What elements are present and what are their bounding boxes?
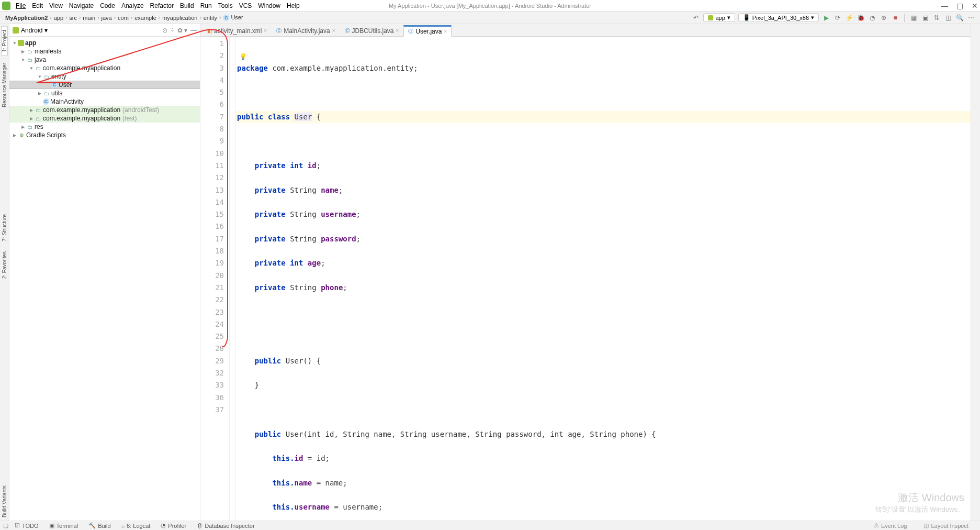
apply-changes-icon[interactable]: ⟳ — [833, 14, 842, 22]
menu-analyze[interactable]: Analyze — [118, 2, 147, 9]
tree-node-gradle[interactable]: ▶⚙Gradle Scripts — [9, 131, 200, 139]
maximize-icon[interactable]: ▢ — [956, 2, 963, 10]
menu-help[interactable]: Help — [284, 2, 303, 9]
crumb-pkg[interactable]: myapplication — [160, 15, 199, 21]
menu-refactor[interactable]: Refactor — [147, 2, 177, 9]
tree-node-pkg-androidtest[interactable]: ▶🗀com.example.myapplication(androidTest) — [9, 106, 200, 114]
close-icon[interactable]: × — [332, 28, 335, 34]
crumb-src[interactable]: src — [67, 15, 79, 21]
tool-window-toggle-icon[interactable]: ▢ — [3, 522, 8, 529]
tree-node-mainactivity[interactable]: CMainActivity — [9, 97, 200, 106]
close-icon[interactable]: × — [396, 28, 399, 34]
crumb-java[interactable]: java — [99, 15, 114, 21]
status-terminal[interactable]: ▣ Terminal — [47, 522, 81, 529]
editor-area: ◧activity_main.xml× ⒸMainActivity.java× … — [200, 24, 971, 521]
tab-user[interactable]: ⒸUser.java× — [403, 25, 452, 37]
editor-tabs: ◧activity_main.xml× ⒸMainActivity.java× … — [200, 24, 971, 37]
crumb-main[interactable]: main — [81, 15, 97, 21]
more-icon[interactable]: ⋯ — [967, 14, 975, 22]
apply-code-icon[interactable]: ⚡ — [845, 14, 853, 22]
project-panel: Android ▾ ⊙ ÷ ✿ ▾ — ▼app ▶🗀manifests ▼🗀j… — [9, 24, 200, 521]
menu-build[interactable]: Build — [177, 2, 197, 9]
tab-mainactivity[interactable]: ⒸMainActivity.java× — [272, 25, 340, 36]
close-icon[interactable]: ✕ — [972, 2, 978, 10]
tree-node-res[interactable]: ▶🗀res — [9, 123, 200, 131]
tab-project[interactable]: 1: Project — [1, 26, 8, 56]
device-dropdown[interactable]: 📱Pixel_3a_API_30_x86 ▾ — [738, 13, 819, 22]
menu-navigate[interactable]: Navigate — [66, 2, 97, 9]
lightbulb-icon[interactable]: 💡 — [239, 51, 247, 63]
tree-node-java[interactable]: ▼🗀java — [9, 56, 200, 64]
debug-icon[interactable]: 🐞 — [857, 14, 865, 22]
attach-debugger-icon[interactable]: ⊕ — [880, 14, 888, 22]
tree-node-pkg-test[interactable]: ▶🗀com.example.myapplication(test) — [9, 114, 200, 123]
menu-tools[interactable]: Tools — [215, 2, 236, 9]
tab-jdbcutils[interactable]: ⒸJDBCUtils.java× — [340, 25, 404, 36]
minimize-icon[interactable]: — — [941, 2, 948, 10]
left-tool-rail: 1: Project Resource Manager 7: Structure… — [0, 24, 9, 521]
tree-node-package[interactable]: ▼🗀com.example.myapplication — [9, 64, 200, 72]
status-bar: ▢ ☑ TODO ▣ Terminal 🔨 Build ≡ 6: Logcat … — [0, 521, 980, 530]
tab-build-variants[interactable]: Build Variants — [2, 482, 7, 521]
close-icon[interactable]: × — [444, 29, 447, 35]
crumb-app[interactable]: app — [52, 15, 65, 21]
fold-gutter[interactable] — [230, 37, 236, 521]
sdk-icon[interactable]: ▣ — [921, 14, 929, 22]
menu-run[interactable]: Run — [197, 2, 215, 9]
sync-icon[interactable]: ⇅ — [932, 14, 941, 22]
close-icon[interactable]: × — [264, 28, 267, 34]
tree-node-entity[interactable]: ▼🗀entity — [9, 72, 200, 81]
window-title: My Application - User.java [My_Applicati… — [389, 3, 591, 9]
project-header: Android ▾ ⊙ ÷ ✿ ▾ — — [9, 24, 200, 37]
status-build[interactable]: 🔨 Build — [86, 522, 112, 529]
menu-edit[interactable]: Edit — [29, 2, 46, 9]
menu-code[interactable]: Code — [97, 2, 118, 9]
settings-icon[interactable]: ✿ ▾ — [177, 27, 187, 34]
menu-bar: File Edit View Navigate Code Analyze Ref… — [0, 0, 980, 12]
hide-icon[interactable]: — — [190, 27, 197, 34]
status-eventlog[interactable]: ⚠ Event Log — [872, 522, 909, 529]
code-content[interactable]: 💡 package com.example.myapplication.enti… — [236, 37, 971, 521]
project-tree[interactable]: ▼app ▶🗀manifests ▼🗀java ▼🗀com.example.my… — [9, 37, 200, 521]
back-icon[interactable]: ↶ — [692, 14, 700, 22]
android-icon — [13, 27, 19, 34]
collapse-icon[interactable]: ÷ — [171, 27, 174, 34]
crumb-user[interactable]: CUser — [221, 14, 245, 21]
nav-bar: MyApplication2› app› src› main› java› co… — [0, 12, 980, 24]
profile-icon[interactable]: ◔ — [868, 14, 876, 22]
crumb-example[interactable]: example — [132, 15, 159, 21]
line-gutter: 1234567891011121314151617181920212223242… — [200, 37, 230, 521]
right-tool-rail — [971, 24, 980, 521]
status-dbinspector[interactable]: 🛢 Database Inspector — [195, 523, 256, 529]
stop-icon[interactable]: ■ — [891, 14, 899, 22]
crumb-com[interactable]: com — [116, 15, 131, 21]
status-logcat[interactable]: ≡ 6: Logcat — [119, 523, 153, 529]
tree-node-user[interactable]: CUser — [9, 81, 200, 89]
avd-icon[interactable]: ▦ — [909, 14, 918, 22]
tab-structure[interactable]: 7: Structure — [2, 211, 7, 245]
menu-window[interactable]: Window — [255, 2, 284, 9]
tree-node-app[interactable]: ▼app — [9, 39, 200, 47]
layout-insp-icon[interactable]: ◫ — [944, 14, 952, 22]
status-layoutinspect[interactable]: ◫ Layout Inspect — [921, 522, 971, 529]
target-icon[interactable]: ⊙ — [162, 27, 167, 34]
project-mode-dropdown[interactable]: Android ▾ — [21, 27, 48, 34]
menu-file[interactable]: File — [13, 2, 29, 9]
tree-node-utils[interactable]: ▶🗀utils — [9, 89, 200, 97]
crumb-root[interactable]: MyApplication2 — [3, 15, 50, 21]
tab-favorites[interactable]: 2: Favorites — [2, 248, 7, 282]
status-todo[interactable]: ☑ TODO — [13, 522, 41, 529]
menu-view[interactable]: View — [46, 2, 66, 9]
tab-activity-main[interactable]: ◧activity_main.xml× — [202, 25, 272, 36]
status-profiler[interactable]: ◔ Profiler — [159, 522, 188, 529]
code-area[interactable]: 1234567891011121314151617181920212223242… — [200, 37, 971, 521]
tree-node-manifests[interactable]: ▶🗀manifests — [9, 47, 200, 56]
tab-resource-manager[interactable]: Resource Manager — [2, 60, 7, 111]
search-icon[interactable]: 🔍 — [955, 14, 964, 22]
run-icon[interactable]: ▶ — [822, 14, 830, 22]
menu-vcs[interactable]: VCS — [236, 2, 255, 9]
app-logo — [2, 2, 10, 10]
crumb-entity[interactable]: entity — [201, 15, 219, 21]
run-config-dropdown[interactable]: app ▾ — [703, 13, 735, 22]
window-controls: — ▢ ✕ — [941, 2, 978, 10]
